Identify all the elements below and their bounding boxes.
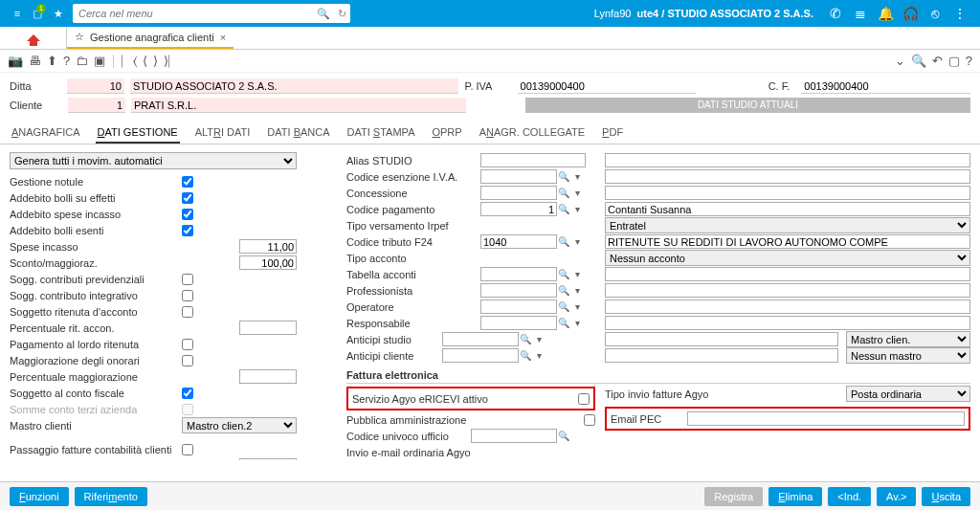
search-input[interactable] — [73, 8, 313, 19]
av-button[interactable]: Av.> — [877, 487, 916, 506]
anticipi-cliente-desc[interactable] — [605, 348, 838, 363]
call-icon[interactable]: ✆ — [823, 6, 848, 21]
sogg-conto-check[interactable] — [182, 388, 193, 399]
dropdown-icon[interactable]: ▾ — [570, 188, 584, 198]
dropdown-icon[interactable]: ▾ — [570, 285, 584, 296]
more-icon[interactable]: ⋮ — [947, 6, 972, 21]
addebito-spese-check[interactable] — [182, 209, 193, 220]
passaggio-check[interactable] — [182, 444, 193, 455]
tabella-acc-value-input[interactable] — [605, 267, 970, 281]
tab-altri-dati[interactable]: ALTRI DATI — [193, 122, 253, 144]
undo-icon[interactable]: ↶ — [932, 54, 943, 68]
piva-input[interactable] — [518, 78, 697, 94]
lookup-icon[interactable]: 🔍 — [557, 188, 570, 198]
dropdown-icon[interactable]: ▾ — [570, 204, 584, 214]
messages-icon[interactable]: ▢1 — [33, 8, 42, 20]
operatore-value-input[interactable] — [605, 299, 970, 314]
mastro-clien-select[interactable]: Mastro clien. — [846, 331, 970, 347]
codice-pag-value-input[interactable] — [605, 202, 970, 216]
tab-pdf[interactable]: PDF — [600, 122, 625, 144]
concessione-value-input[interactable] — [605, 186, 970, 200]
tipo-acc-select[interactable]: Nessun acconto — [605, 250, 970, 266]
headset-icon[interactable]: 🎧 — [898, 6, 923, 21]
history-icon[interactable]: ↻ — [334, 8, 350, 20]
tipo-invio-select[interactable]: Posta ordinaria — [846, 386, 970, 402]
spese-incasso-input[interactable] — [239, 239, 297, 254]
registra-button[interactable]: Registra — [704, 487, 763, 506]
nessun-mastro-select[interactable]: Nessun mastro — [846, 347, 970, 364]
codice-trib-input[interactable] — [480, 234, 557, 249]
print-icon[interactable]: 🖶 — [29, 54, 41, 68]
dropdown-icon[interactable]: ▾ — [570, 236, 584, 247]
gestione-notule-check[interactable] — [182, 176, 193, 188]
servizio-agyo-check[interactable] — [578, 393, 590, 405]
lookup-icon[interactable]: 🔍 — [519, 350, 532, 361]
lookup-icon[interactable]: 🔍 — [519, 334, 532, 344]
mastro-select[interactable]: Mastro clien.2 — [182, 417, 297, 433]
codice-es-value-input[interactable] — [605, 169, 970, 184]
upload-icon[interactable]: ⬆ — [47, 54, 57, 68]
sconto-input[interactable] — [239, 255, 297, 270]
cf-input[interactable] — [801, 78, 970, 94]
next-icon[interactable]: ⟩ — [153, 54, 158, 68]
dropdown-icon[interactable]: ▾ — [532, 334, 546, 344]
concessione-input[interactable] — [480, 186, 557, 200]
codice-trib-value-input[interactable] — [605, 234, 970, 249]
cliente-input[interactable] — [68, 98, 125, 113]
magg-onorari-check[interactable] — [182, 355, 193, 366]
profess-value-input[interactable] — [605, 283, 970, 298]
dropdown-icon[interactable]: ▾ — [532, 350, 546, 361]
soggetto-rit-check[interactable] — [182, 306, 193, 318]
genera-select[interactable]: Genera tutti i movim. automatici — [10, 152, 297, 169]
perc-magg-input[interactable] — [239, 369, 297, 384]
calendar-icon[interactable]: ≣ — [848, 6, 873, 21]
ditta-input[interactable] — [67, 78, 124, 94]
first-icon[interactable]: ⎸⟨ — [122, 54, 137, 69]
ditta-name-input[interactable] — [130, 78, 459, 94]
cliente-name-input[interactable] — [131, 98, 466, 113]
codice-sez-input[interactable] — [239, 458, 297, 460]
lookup-icon[interactable]: 🔍 — [557, 171, 570, 182]
tab-gestione[interactable]: ☆ Gestione anagrafica clienti × — [67, 27, 234, 49]
operatore-input[interactable] — [480, 299, 557, 314]
last-icon[interactable]: ⟩⎸ — [164, 54, 180, 69]
help2-icon[interactable]: ? — [966, 54, 972, 68]
lookup-icon[interactable]: 🔍 — [557, 236, 570, 247]
codice-uff-input[interactable] — [471, 429, 557, 443]
folder-icon[interactable]: 🗀 — [76, 54, 88, 68]
app-icon[interactable]: ▢ — [948, 54, 960, 68]
tab-dati-banca[interactable]: DATI BANCA — [265, 122, 331, 144]
elimina-button[interactable]: Elimina — [768, 487, 822, 506]
alias-value-input[interactable] — [605, 153, 970, 167]
addebito-bolli-es-check[interactable] — [182, 225, 193, 236]
tab-anagr-collegate[interactable]: ANAGR. COLLEGATE — [478, 122, 587, 144]
search2-icon[interactable]: 🔍 — [911, 54, 926, 68]
lookup-icon[interactable]: 🔍 — [557, 431, 570, 441]
exit-icon[interactable]: ⎋ — [923, 6, 947, 21]
help-icon[interactable]: ? — [63, 54, 70, 68]
bell-icon[interactable]: 🔔 — [873, 6, 898, 21]
perc-rit-input[interactable] — [239, 321, 297, 335]
camera-icon[interactable]: 📷 — [8, 54, 23, 68]
ind-button[interactable]: <Ind. — [828, 487, 871, 506]
anticipi-cliente-input[interactable] — [442, 348, 519, 363]
lookup-icon[interactable]: 🔍 — [557, 318, 570, 328]
uscita-button[interactable]: Uscita — [922, 487, 970, 506]
lookup-icon[interactable]: 🔍 — [557, 301, 570, 312]
riferimento-button[interactable]: Riferimento — [75, 487, 147, 506]
search-icon[interactable]: 🔍 — [313, 8, 334, 20]
profess-input[interactable] — [480, 283, 557, 298]
pubb-amm-check[interactable] — [584, 414, 595, 426]
dropdown-icon[interactable]: ▾ — [570, 171, 584, 182]
dropdown-icon[interactable]: ▾ — [570, 269, 584, 279]
dropdown-icon[interactable]: ▾ — [570, 301, 584, 312]
lookup-icon[interactable]: 🔍 — [557, 269, 570, 279]
prev-icon[interactable]: ⟨ — [143, 54, 147, 68]
addebito-bolli-check[interactable] — [182, 192, 193, 204]
funzioni-button[interactable]: Funzioni — [10, 487, 69, 506]
tab-dati-stampa[interactable]: DATI STAMPA — [345, 122, 417, 144]
sogg-int-check[interactable] — [182, 290, 193, 301]
tab-close-icon[interactable]: × — [220, 32, 226, 43]
codice-pag-input[interactable] — [480, 202, 557, 216]
codice-es-input[interactable] — [480, 169, 557, 184]
